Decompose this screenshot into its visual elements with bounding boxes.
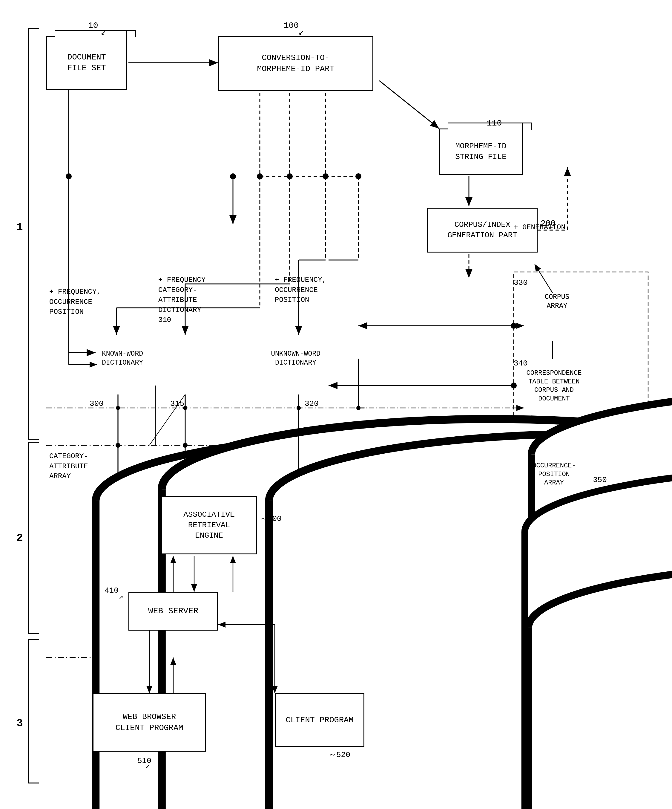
id-520: ～520: [328, 750, 350, 760]
known-word-dict-cylinder: KNOWN-WORDDICTIONARY: [90, 335, 155, 394]
unknown-word-dict-label: UNKNOWN-WORDDICTIONARY: [271, 350, 320, 367]
unknown-word-dict-cylinder: UNKNOWN-WORDDICTIONARY: [263, 335, 328, 394]
freq-category-annotation: + FREQUENCYCATEGORY-ATTRIBUTEDICTIONARY3…: [158, 275, 206, 325]
corpus-index-gen-label: CORPUS/INDEXGENERATION PART: [447, 220, 517, 240]
document-file-set-box: DOCUMENTFILE SET: [46, 36, 127, 90]
morpheme-id-box: MORPHEME-IDSTRING FILE: [439, 129, 523, 175]
morpheme-id-label: MORPHEME-IDSTRING FILE: [455, 141, 506, 162]
web-server-box: WEB SERVER: [128, 592, 218, 631]
web-browser-client-box: WEB BROWSERCLIENT PROGRAM: [92, 693, 206, 752]
web-server-label: WEB SERVER: [148, 606, 198, 617]
svg-rect-105: [528, 628, 672, 809]
id-110: 110: [487, 118, 502, 129]
id-350: 350: [593, 475, 607, 485]
correspondence-table-cylinder: CORRESPONDENCETABLE BETWEENCORPUS ANDDOC…: [517, 359, 592, 425]
svg-line-14: [379, 81, 439, 129]
associative-retrieval-label: ASSOCIATIVERETRIEVALENGINE: [183, 510, 235, 541]
occurrence-position-label: OCCURRENCE-POSITIONARRAY: [532, 462, 575, 487]
svg-point-21: [230, 173, 236, 179]
associative-retrieval-box: ASSOCIATIVERETRIEVALENGINE: [161, 496, 257, 554]
bracket-label-1: 1: [17, 221, 23, 233]
corpus-array-label: CORPUSARRAY: [545, 293, 570, 310]
id-330: 330: [514, 278, 528, 288]
category-attr-array-label: CATEGORY-ATTRIBUTEARRAY: [49, 451, 88, 482]
id-315: 315: [170, 399, 184, 409]
conversion-part-label: CONVERSION-TO-MORPHEME-ID PART: [257, 53, 334, 74]
id-410: 410: [104, 586, 119, 596]
id-300: 300: [90, 399, 104, 409]
client-program-label: CLIENT PROGRAM: [286, 715, 354, 726]
conversion-part-box: CONVERSION-TO-MORPHEME-ID PART: [218, 36, 373, 91]
id-400: ～400: [260, 514, 282, 524]
svg-point-55: [511, 323, 517, 329]
bracket-label-2: 2: [17, 532, 23, 544]
corpus-array-cylinder: CORPUSARRAY: [523, 278, 592, 338]
bracket-label-3: 3: [17, 717, 23, 730]
id-10: 10: [88, 20, 98, 31]
id-100: 100: [284, 20, 299, 31]
category-attr-dict-cylinder: [155, 335, 218, 394]
occurrence-position-cylinder: OCCURRENCE-POSITIONARRAY: [520, 451, 588, 511]
web-browser-client-label: WEB BROWSERCLIENT PROGRAM: [116, 712, 183, 733]
generation-annotation: + GENERATION: [514, 223, 565, 232]
client-program-box: CLIENT PROGRAM: [275, 693, 364, 747]
diagram-container: DOCUMENTFILE SET 10 ↙ CONVERSION-TO-MORP…: [0, 0, 672, 809]
id-320: 320: [305, 399, 319, 409]
freq-left-annotation: + FREQUENCY,OCCURRENCEPOSITION: [49, 287, 101, 317]
id-340: 340: [514, 359, 528, 369]
document-file-set-label: DOCUMENTFILE SET: [67, 52, 106, 74]
freq-right-annotation: + FREQUENCY,OCCURRENCEPOSITION: [275, 275, 327, 305]
correspondence-table-label: CORRESPONDENCETABLE BETWEENCORPUS ANDDOC…: [526, 369, 582, 403]
